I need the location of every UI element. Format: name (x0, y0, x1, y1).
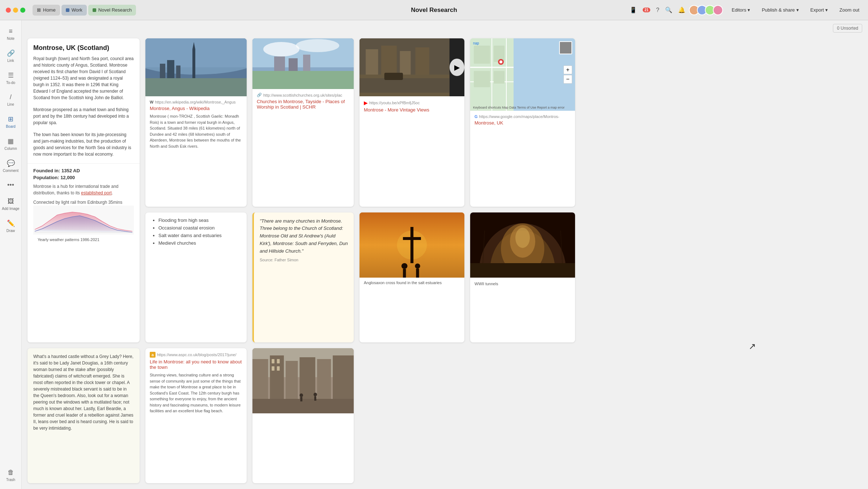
svg-rect-6 (167, 60, 174, 78)
card-grid: Montrose, UK (Scotland) Royal burgh (tow… (22, 20, 868, 489)
maximize-button[interactable] (20, 8, 25, 13)
sidebar-item-draw[interactable]: ✏️ Draw (0, 216, 21, 236)
svg-rect-63 (333, 355, 354, 406)
wwii-label: WWII tunnels (470, 279, 575, 289)
sidebar-item-add-image[interactable]: 🖼 Add Image (0, 195, 21, 214)
help-icon[interactable]: ? (656, 7, 659, 13)
montrose-title: Montrose, UK (Scotland) (33, 44, 134, 52)
map-zoom-out-button[interactable]: − (563, 75, 572, 84)
close-button[interactable] (6, 8, 11, 13)
svg-rect-22 (381, 46, 397, 75)
churches-source: 🔗 http://www.scottishchurches.org.uk/sit… (257, 93, 349, 97)
tab-novel-research[interactable]: Novel Research (88, 5, 136, 16)
export-button[interactable]: Export ▾ (808, 6, 831, 14)
sidebar-item-column[interactable]: ▦ Column (0, 134, 21, 153)
svg-rect-41 (410, 227, 413, 263)
aspc-icon: a (150, 352, 156, 358)
maps-title[interactable]: Montrose, UK (475, 120, 571, 126)
founded-row: Founded in: 1352 AD (33, 168, 134, 173)
youtube-title[interactable]: Montrose - More Vintage Views (364, 107, 460, 113)
keyboard-shortcuts-link[interactable]: Keyboard shortcuts (473, 106, 501, 109)
sort-bar[interactable]: 0 Unsorted (833, 24, 862, 33)
map-container[interactable]: + − Keyboard shortcuts Map Data Terms of… (470, 38, 575, 111)
svg-rect-16 (289, 58, 298, 71)
publish-share-button[interactable]: Publish & share ▾ (759, 6, 801, 14)
play-button[interactable]: ▶ (450, 59, 464, 76)
wikipedia-title[interactable]: Montrose, Angus - Wikipedia (150, 106, 242, 111)
sidebar-item-line[interactable]: / Line (0, 90, 21, 109)
youtube-source: ▶ https://youtu.be/xPfBmfjJ5oc (364, 100, 460, 106)
svg-point-43 (401, 263, 408, 269)
churches-preview: 🔗 http://www.scottishchurches.org.uk/sit… (252, 89, 354, 113)
sidebar-item-link[interactable]: 🔗 Link (0, 46, 21, 66)
svg-rect-23 (400, 51, 411, 75)
map-zoom-in-button[interactable]: + (563, 66, 572, 74)
todo-icon: ☰ (8, 71, 14, 79)
zoom-out-button[interactable]: Zoom out (837, 6, 862, 14)
maps-url: https://www.google.com/maps/place/Montro… (479, 114, 559, 119)
svg-rect-7 (176, 66, 180, 78)
more-icon: ••• (7, 181, 14, 189)
churches-image (252, 38, 354, 89)
editors-button[interactable]: Editors ▾ (729, 6, 753, 14)
svg-rect-46 (416, 269, 419, 278)
card-wwii: WWII tunnels (470, 212, 575, 343)
traffic-lights (6, 8, 25, 13)
svg-rect-26 (384, 73, 403, 80)
sidebar-item-todo[interactable]: ☰ To-do (0, 68, 21, 88)
svg-rect-8 (192, 49, 195, 78)
sidebar-item-more[interactable]: ••• (0, 178, 21, 192)
device-icon[interactable]: 📱 (630, 7, 637, 13)
minimize-button[interactable] (13, 8, 18, 13)
comment-icon: 💬 (7, 159, 15, 167)
population-value: 12,000 (60, 175, 75, 180)
wikipedia-icon: W (150, 100, 153, 104)
tab-novel-label: Novel Research (98, 7, 132, 13)
card-montrose-main: Montrose, UK (Scotland) Royal burgh (tow… (27, 38, 140, 342)
svg-rect-34 (494, 46, 505, 62)
established-port-link[interactable]: established port (81, 190, 112, 195)
svg-rect-64 (272, 359, 275, 363)
chart-caption: Yearly weather patterns 1986-2021 (33, 235, 134, 245)
svg-rect-44 (403, 269, 406, 278)
svg-rect-35 (474, 71, 490, 87)
maps-preview: G https://www.google.com/maps/place/Mont… (470, 111, 575, 129)
sidebar-todo-label: To-do (6, 81, 15, 85)
bullet-item-3: Salt water dams and estuaries (158, 233, 241, 238)
sidebar-item-comment[interactable]: 💬 Comment (0, 156, 21, 176)
titlebar-right: 📱 21 ? 🔍 🔔 Editors ▾ Publish & share ▾ E… (630, 5, 862, 15)
churches-title[interactable]: Churches in Montrose, Tayside - Places o… (257, 99, 349, 110)
page-title: Novel Research (411, 7, 457, 14)
aspc-title[interactable]: Life in Montrose: all you need to know a… (150, 359, 242, 370)
bullets-list: Flooding from high seas Occasional coast… (145, 212, 247, 253)
notifications-icon[interactable]: 🔔 (678, 7, 685, 13)
youtube-url: https://youtu.be/xPfBmfjJ5oc (369, 101, 420, 105)
terms-link[interactable]: Terms of Use (517, 106, 536, 109)
sidebar-link-label: Link (7, 59, 14, 63)
novel-dot-icon (93, 8, 96, 12)
bullet-item-4: Medievil churches (158, 240, 241, 246)
svg-point-13 (296, 39, 339, 52)
sidebar-trash[interactable]: 🗑 Trash (0, 466, 21, 485)
note-icon: ≡ (9, 28, 13, 35)
youtube-preview: ▶ https://youtu.be/xPfBmfjJ5oc Montrose … (359, 96, 464, 116)
svg-rect-33 (474, 46, 490, 64)
weather-chart (33, 206, 134, 235)
card-wikipedia: W https://en.wikipedia.org/wiki/Montrose… (145, 38, 247, 207)
line-icon: / (10, 93, 12, 101)
google-icon: G (475, 114, 478, 119)
svg-rect-70 (300, 397, 302, 401)
sidebar-note-label: Note (7, 37, 14, 41)
card-bullets: Flooding from high seas Occasional coast… (145, 212, 247, 343)
home-icon: ⊠ (37, 7, 41, 13)
tab-home[interactable]: ⊠ Home (33, 5, 60, 16)
sidebar-item-note[interactable]: ≡ Note (0, 25, 21, 43)
tab-work[interactable]: Work (61, 5, 87, 16)
sidebar: ≡ Note 🔗 Link ☰ To-do / Line ⊞ Board ▦ C… (0, 20, 22, 489)
aspc-preview: a https://www.aspc.co.uk/blog/posts/2017… (145, 348, 247, 418)
sidebar-item-board[interactable]: ⊞ Board (0, 112, 21, 131)
montrose-para3: The town has been known for its jute-pro… (33, 131, 134, 157)
card-google-maps: + − Keyboard shortcuts Map Data Terms of… (470, 38, 575, 207)
montrose-meta-desc2: Connected by light rail from Edinburgh 3… (33, 199, 134, 206)
search-icon[interactable]: 🔍 (665, 7, 672, 13)
